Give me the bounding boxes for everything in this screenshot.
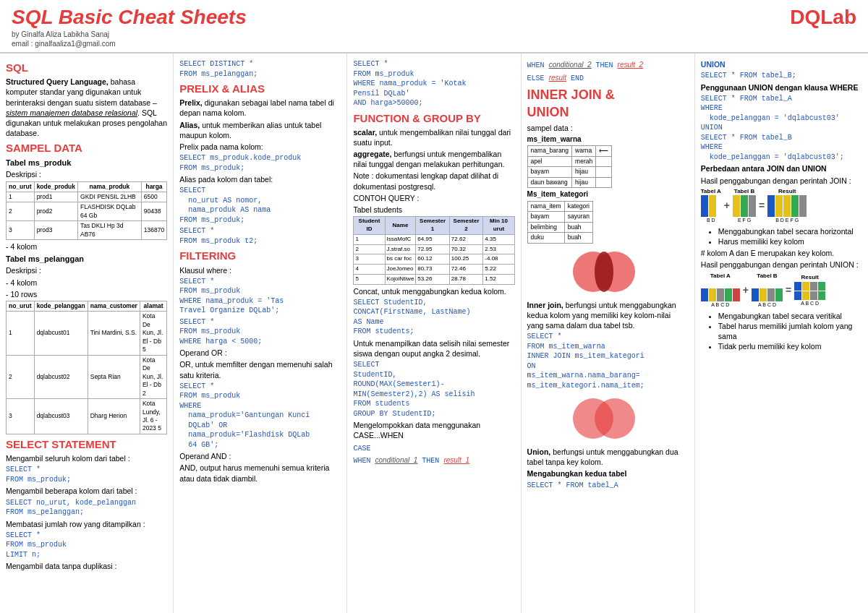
- selisih-desc: Untuk menampilkan data selisih nilai sem…: [353, 338, 514, 359]
- conditional1: conditional_1: [375, 456, 417, 464]
- logo-lab: Lab: [820, 6, 856, 28]
- u-r3: [810, 282, 817, 291]
- students-table: Student IDNameSemester 1Semester 2Min 10…: [353, 216, 514, 285]
- u-bar-b2: [760, 288, 767, 301]
- bar-r3: [783, 195, 791, 217]
- u-bar-b4: [775, 288, 783, 301]
- prelix-desc: Prelix, digunakan sebagai label nama tab…: [179, 98, 341, 118]
- code-distinct: SELECT DISTINCT * FROM ms_pelanggan;: [179, 59, 341, 79]
- code-where-and: SELECT * FROM ms_produk WHERE nama_produ…: [353, 59, 514, 108]
- when-line: WHEN conditional_1 THEN result_1: [353, 455, 514, 466]
- ms-item-warna-label: ms_item_warna: [527, 134, 689, 145]
- aggregate-desc: aggregate, berfungsi untuk mengembalikan…: [353, 149, 514, 169]
- join-tabel-a-label: Tabel A: [701, 188, 721, 196]
- union-tabel-b-label: Tabel B: [752, 273, 783, 280]
- join-b-labels: E F G: [733, 217, 756, 223]
- section-sql: SQL: [6, 61, 167, 75]
- then2-keyword: THEN: [592, 61, 618, 69]
- venn-union: [527, 393, 689, 444]
- subtitle1: by Ginalfa Aliza Labikha Sanaj: [12, 30, 247, 38]
- page-header: SQL Basic Cheat Sheets by Ginalfa Aliza …: [0, 0, 868, 53]
- alias-kolom: Alias pada kolom dan tabel:: [179, 174, 341, 184]
- u-bar-a2: [709, 288, 716, 301]
- info-4kolom2: - 4 kolom: [6, 278, 167, 288]
- union-tabel-b-visual: [752, 280, 783, 301]
- u-bar-a1: [701, 288, 708, 301]
- union-bullet-3: Tidak perlu memiliki key kolom: [718, 341, 862, 351]
- tabel-ms-pelanggan-label: Tabel ms_pelanggan: [6, 254, 167, 265]
- result-end: result: [549, 74, 566, 82]
- venn-svg-union: [564, 393, 651, 444]
- union-header: UNION: [701, 59, 862, 69]
- col-nb: nama_barang: [527, 146, 571, 156]
- conditional2: conditional_2: [549, 61, 592, 69]
- row3-w: hijau: [572, 177, 596, 187]
- join-tabel-b-visual: [733, 195, 756, 217]
- join-diagram: Tabel A B D + Tabel B E F G = Result: [701, 188, 862, 224]
- join-a-labels: B D: [701, 217, 721, 223]
- scalar-desc: scalar, untuk mengembalikan nilai tungga…: [353, 127, 514, 147]
- code-filter1: SELECT * FROM ms_produk WHERE nama_produ…: [179, 277, 341, 316]
- join-tabel-b: Tabel B E F G: [733, 188, 756, 224]
- row1-nb: apel: [527, 156, 571, 166]
- then-keyword: THEN: [417, 457, 443, 465]
- distinct-desc: Mengambil data tanpa duplikasi :: [6, 561, 167, 571]
- union-tabel-a-visual: [701, 280, 740, 301]
- u-bar-b3: [767, 288, 775, 301]
- code-or: SELECT * FROM ms_produk WHERE nama_produ…: [179, 382, 341, 450]
- operand-or: Operand OR :: [179, 348, 341, 358]
- concat-desc: Concat, untuk menggabungkan kedua kolom.: [353, 286, 514, 296]
- mengelompokkan-desc: Mengelompokkan data menggunakan CASE...W…: [353, 420, 514, 440]
- ms-pelanggan-table: no_urutkode_pelanggannama_customeralamat…: [6, 301, 167, 434]
- union-diagram: Tabel A A B C D + Tabel B: [701, 273, 862, 309]
- menggabungkan-label: Mengabungkan kedua tabel: [527, 468, 689, 479]
- bar-r1: [767, 195, 775, 217]
- code-prelix: SELECT ms_produk.kode_produk FROM ms_pro…: [179, 153, 341, 173]
- penggunaan-union: Penggunaan UNION dengan klausa WHERE: [701, 82, 862, 93]
- u-r4: [818, 282, 825, 291]
- row3-ni: duku: [527, 233, 564, 243]
- else-keyword: ELSE: [527, 74, 549, 82]
- row2-ni: belimbing: [527, 222, 564, 232]
- code-inner: SELECT * FROM ms_item_warna INNER JOIN m…: [527, 332, 689, 390]
- operand-and: Operand AND :: [179, 451, 341, 461]
- join-tabel-a: Tabel A B D: [701, 188, 721, 224]
- bar-r5: [799, 195, 807, 217]
- union-result: Result A B C D: [794, 274, 825, 306]
- header-left: SQL Basic Cheat Sheets by Ginalfa Aliza …: [12, 6, 247, 49]
- union-tabel-a: Tabel A A B C D: [701, 273, 740, 309]
- inner-join-desc: Inner join, berfungsi untuk menggabungka…: [527, 300, 689, 331]
- klausul-where: Klausul where :: [179, 265, 341, 275]
- bar-a2: [709, 195, 716, 217]
- column-4: WHEN conditional_2 THEN result_2 ELSE re…: [522, 53, 695, 613]
- column-5: UNION SELECT * FROM tabel_B; Penggunaan …: [695, 53, 868, 613]
- logo: DQLab: [790, 6, 856, 29]
- join-result-visual: [767, 195, 807, 217]
- column-3: SELECT * FROM ms_produk WHERE nama_produ…: [347, 53, 521, 613]
- case-when-line: CASE: [353, 442, 514, 454]
- code-selisih: SELECT StudentID, ROUND(MAX(Semester1)- …: [353, 360, 514, 419]
- section-sampel: SAMPEL DATA: [6, 141, 167, 155]
- bar-b1: [733, 195, 740, 217]
- content-area: SQL Structured Query Language, bahasa ko…: [0, 53, 868, 613]
- union-result-row2: [794, 291, 825, 300]
- select-desc2: Mengambil beberapa kolom dari tabel :: [6, 486, 167, 496]
- when2-line: WHEN conditional_2 THEN result_2: [527, 59, 689, 71]
- row2-k: buah: [564, 222, 592, 232]
- column-1: SQL Structured Query Language, bahasa ko…: [0, 53, 174, 613]
- union-desc: Union, berfungsi untuk menggabungkan dua…: [527, 447, 689, 467]
- union-result-labels: A B C D: [794, 300, 825, 306]
- logo-dq: DQ: [790, 6, 820, 28]
- code-select2: SELECT no_urut, kode_pelanggan FROM ms_p…: [6, 498, 167, 518]
- col-ni: nama_item: [527, 201, 564, 211]
- sql-desc: Structured Query Language, bahasa komput…: [6, 77, 167, 138]
- else-line: ELSE result END: [527, 72, 689, 84]
- union-tabel-a-label: Tabel A: [701, 273, 740, 280]
- section-inner-join: INNER JOIN &UNION: [527, 86, 689, 121]
- join-result: Result B D E F G: [767, 188, 807, 224]
- union-result-visual: [794, 282, 825, 300]
- join-bullet-2: Harus memiliki key kolom: [718, 236, 862, 247]
- code-select1: SELECT * FROM ms_produk;: [6, 465, 167, 484]
- u-bar-a5: [733, 288, 740, 301]
- tabel-ms-produk-label: Tabel ms_produk: [6, 158, 167, 168]
